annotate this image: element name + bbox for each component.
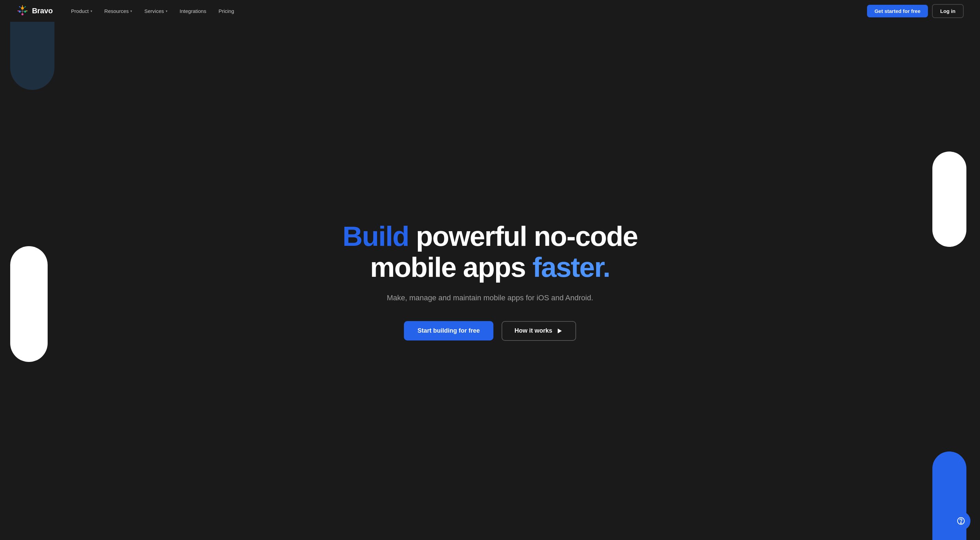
start-building-button[interactable]: Start building for free [404, 321, 493, 341]
svg-point-13 [961, 522, 961, 523]
hero-title-build: Build [342, 221, 409, 252]
logo-icon [16, 5, 29, 17]
help-icon [956, 516, 966, 526]
svg-point-3 [21, 13, 24, 15]
chevron-down-icon: ▾ [166, 9, 167, 13]
logo-name: Bravo [32, 6, 53, 15]
decorative-shape-top-left [10, 22, 54, 90]
decorative-pill-right-white [932, 151, 966, 247]
svg-marker-11 [558, 328, 562, 333]
nav-item-resources[interactable]: Resources ▾ [100, 5, 137, 17]
svg-line-8 [24, 6, 25, 8]
svg-point-0 [21, 7, 24, 10]
support-button[interactable] [951, 511, 970, 530]
hero-subtitle: Make, manage and maintain mobile apps fo… [342, 292, 637, 303]
navbar: Bravo Product ▾ Resources ▾ Services ▾ I… [0, 0, 980, 22]
chevron-down-icon: ▾ [130, 9, 132, 13]
nav-item-pricing[interactable]: Pricing [214, 5, 239, 17]
nav-item-services[interactable]: Services ▾ [140, 5, 172, 17]
hero-section: Build powerful no-code mobile apps faste… [0, 22, 980, 540]
get-started-button[interactable]: Get started for free [867, 5, 928, 18]
nav-item-integrations[interactable]: Integrations [175, 5, 211, 17]
hero-content: Build powerful no-code mobile apps faste… [342, 221, 637, 341]
decorative-pill-left-white [10, 246, 48, 362]
how-it-works-button[interactable]: How it works [501, 321, 576, 341]
navbar-left: Bravo Product ▾ Resources ▾ Services ▾ I… [16, 5, 239, 17]
svg-line-7 [19, 6, 21, 8]
logo[interactable]: Bravo [16, 5, 53, 17]
navbar-right: Get started for free Log in [867, 4, 964, 18]
chevron-down-icon: ▾ [91, 9, 92, 13]
hero-buttons: Start building for free How it works [342, 321, 637, 341]
login-button[interactable]: Log in [932, 4, 964, 18]
hero-title: Build powerful no-code mobile apps faste… [342, 221, 637, 282]
nav-item-product[interactable]: Product ▾ [66, 5, 97, 17]
nav-items: Product ▾ Resources ▾ Services ▾ Integra… [66, 5, 239, 17]
play-icon [556, 327, 563, 335]
hero-title-faster: faster. [533, 252, 610, 283]
